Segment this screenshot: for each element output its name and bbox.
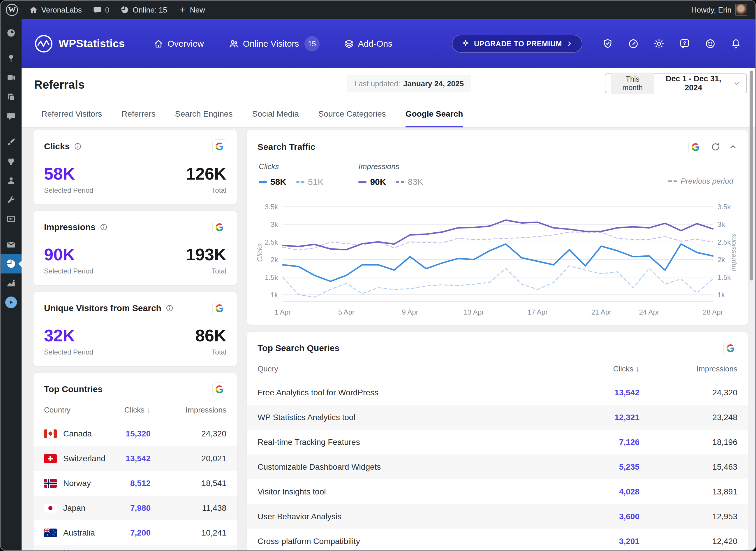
gear-icon <box>653 38 665 49</box>
last-updated-value: January 24, 2025 <box>403 79 464 88</box>
tab-social-media[interactable]: Social Media <box>252 109 299 127</box>
query-clicks[interactable]: 3,201 <box>581 537 639 546</box>
wp-logo-menu[interactable]: W <box>6 4 18 16</box>
legend-impressions-current[interactable]: 90K <box>358 177 386 187</box>
tab-search-engines[interactable]: Search Engines <box>175 109 233 127</box>
nav-addons[interactable]: Add-Ons <box>344 39 392 49</box>
shield-check-button[interactable] <box>602 38 613 49</box>
impressions-selected-value: 90K <box>44 246 93 263</box>
comments-menu[interactable]: 0 <box>93 6 109 15</box>
query-clicks[interactable]: 5,235 <box>581 462 639 472</box>
google-icon <box>212 139 226 153</box>
x-tick: 28 Apr <box>703 308 723 316</box>
sidebar-item-comments[interactable] <box>1 107 22 126</box>
y-tick-left: 1.5k <box>265 273 278 281</box>
nav-online-visitors[interactable]: Online Visitors 15 <box>228 36 320 51</box>
tab-referrers[interactable]: Referrers <box>121 109 156 127</box>
country-clicks[interactable]: 8,512 <box>107 479 151 488</box>
query-clicks[interactable]: 3,600 <box>581 512 639 521</box>
info-icon[interactable] <box>100 223 108 231</box>
column-impressions[interactable]: Impressions <box>151 406 226 415</box>
feedback-button[interactable] <box>705 38 716 49</box>
column-query[interactable]: Query <box>258 365 581 374</box>
top-search-queries-title: Top Search Queries <box>258 343 339 353</box>
refresh-button[interactable] <box>711 142 720 152</box>
wpstatistics-brand[interactable]: WPStatistics <box>34 34 125 53</box>
query-row: Visitor Insights tool4,02813,891 <box>258 479 737 504</box>
x-tick: 1 Apr <box>274 308 291 316</box>
paintbrush-icon <box>6 137 16 147</box>
tab-referred-visitors[interactable]: Referred Visitors <box>41 109 102 127</box>
comments-count: 0 <box>105 6 109 15</box>
gauge-button[interactable] <box>628 38 639 49</box>
country-clicks[interactable]: 7,980 <box>107 504 151 513</box>
search-traffic-chart[interactable]: 1k1k1.5k1.5k2k2k2.5k2.5k3k3k3.5k3.5k1 Ap… <box>258 196 738 318</box>
last-updated: Last updated: January 24, 2025 <box>347 75 471 92</box>
sidebar-item-statistics[interactable] <box>1 254 22 273</box>
google-icon <box>212 382 226 396</box>
site-name-menu[interactable]: VeronaLabs <box>29 6 82 15</box>
sidebar-item-analytics[interactable] <box>1 273 22 293</box>
info-icon[interactable] <box>165 304 174 312</box>
query-clicks[interactable]: 7,126 <box>581 438 639 447</box>
sidebar-item-plugins[interactable] <box>1 152 22 171</box>
nav-overview[interactable]: Overview <box>154 39 204 49</box>
sidebar-item-media[interactable] <box>1 68 22 87</box>
smiley-icon <box>705 38 716 49</box>
online-visitors-badge: 15 <box>304 36 320 51</box>
new-menu[interactable]: New <box>178 6 205 15</box>
tab-source-categories[interactable]: Source Categories <box>318 109 386 127</box>
date-range-picker[interactable]: This month Dec 1 - Dec 31, 2024 <box>605 73 747 93</box>
impressions-total-value: 193K <box>186 246 226 263</box>
upgrade-premium-button[interactable]: UPGRADE TO PREMIUM <box>452 35 582 53</box>
sidebar-item-appearance[interactable] <box>1 132 22 152</box>
country-clicks[interactable]: 13,542 <box>107 454 151 463</box>
chevron-right-icon <box>566 40 573 47</box>
top-countries-title: Top Countries <box>44 384 103 394</box>
search-traffic-title: Search Traffic <box>258 142 315 152</box>
y-tick-left: 1k <box>271 291 278 299</box>
sidebar-item-users[interactable] <box>1 171 22 190</box>
column-clicks[interactable]: Clicks↓ <box>107 406 151 415</box>
column-country[interactable]: Country <box>44 406 107 415</box>
sidebar-item-settings[interactable] <box>1 209 22 228</box>
x-tick: 13 Apr <box>464 308 484 316</box>
tab-google-search[interactable]: Google Search <box>406 109 463 127</box>
country-row-australia: Australia7,20010,241 <box>44 520 226 545</box>
country-clicks[interactable]: 7,200 <box>107 528 151 538</box>
query-row: Cross-platform Compatibility3,20112,420 <box>258 529 737 550</box>
gear-button[interactable] <box>653 38 665 49</box>
content: Clicks 58KSelected Period 126KTotal Impr… <box>22 128 755 550</box>
country-clicks[interactable]: 15,320 <box>107 429 151 439</box>
column-impressions[interactable]: Impressions <box>639 365 737 374</box>
sidebar-item-mail[interactable] <box>1 235 22 254</box>
online-menu[interactable]: Online: 15 <box>120 6 167 15</box>
info-icon[interactable] <box>74 142 82 150</box>
howdy-menu[interactable]: Howdy, Erin <box>691 4 747 16</box>
sidebar-item-posts[interactable] <box>1 49 22 68</box>
query-clicks[interactable]: 13,542 <box>581 388 639 397</box>
avatar <box>735 4 747 16</box>
column-clicks[interactable]: Clicks↓ <box>581 365 639 374</box>
sidebar-item-video[interactable] <box>1 293 22 312</box>
sidebar-item-dashboard[interactable] <box>1 23 22 43</box>
google-icon <box>212 220 226 234</box>
legend-clicks-previous[interactable]: 51K <box>296 177 323 187</box>
last-updated-label: Last updated: <box>354 79 400 88</box>
query-text: Visitor Insights tool <box>258 487 581 497</box>
scrollbar-thumb[interactable] <box>750 71 753 281</box>
query-clicks[interactable]: 4,028 <box>581 487 639 497</box>
layers-icon <box>344 39 354 49</box>
legend-clicks-label: Clicks <box>259 162 323 171</box>
wordpress-logo-icon: W <box>6 4 18 16</box>
legend-impressions-previous[interactable]: 83K <box>396 177 423 187</box>
sidebar-item-tools[interactable] <box>1 190 22 209</box>
notifications-button[interactable] <box>730 38 741 49</box>
legend-clicks-current[interactable]: 58K <box>259 177 286 187</box>
country-row-canada: Canada15,32024,320 <box>44 421 226 446</box>
help-button[interactable]: ? <box>679 38 690 49</box>
sidebar-item-pages[interactable] <box>1 87 22 107</box>
query-clicks[interactable]: 12,321 <box>581 413 639 422</box>
query-impressions: 12,953 <box>639 512 737 521</box>
collapse-button[interactable] <box>729 142 737 151</box>
